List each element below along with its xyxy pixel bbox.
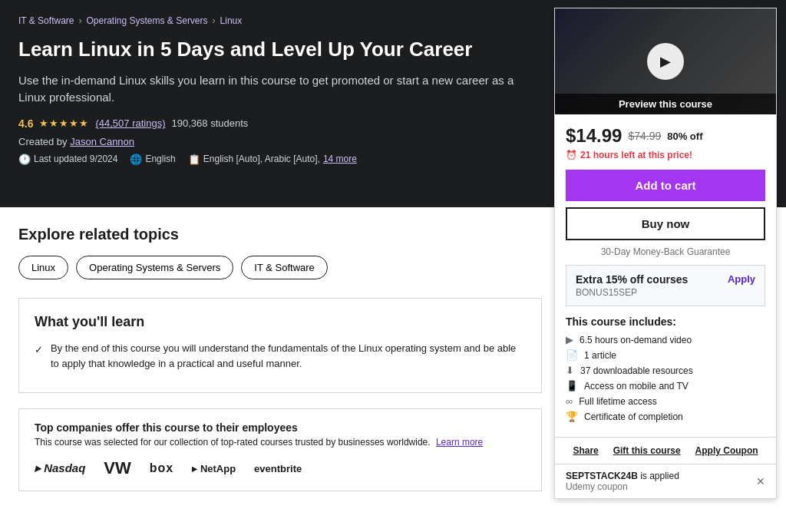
include-lifetime-text: Full lifetime access	[579, 396, 656, 407]
captions-text: English [Auto], Arabic [Auto],	[203, 154, 320, 164]
created-by-label: Created by	[18, 136, 68, 147]
main-content: Explore related topics Linux Operating S…	[0, 207, 560, 510]
original-price: $74.99	[628, 130, 661, 142]
company-box: box	[150, 461, 173, 475]
include-mobile-text: Access on mobile and TV	[584, 381, 689, 392]
include-certificate-text: Certificate of completion	[584, 411, 683, 422]
include-item-article: 📄 1 article	[566, 349, 765, 361]
subtitles-icon: 📋	[188, 154, 200, 165]
applied-coupon-row: SEPTSTACK24B is applied Udemy coupon ✕	[555, 464, 776, 498]
coupon-info: Extra 15% off courses BONUS15SEP	[576, 273, 688, 298]
discount-label: 80% off	[667, 131, 702, 142]
include-item-video: ▶ 6.5 hours on-demand video	[566, 334, 765, 345]
learn-item-0: ✓ By the end of this course you will und…	[35, 341, 526, 371]
applied-coupon-info: SEPTSTACK24B is applied Udemy coupon	[566, 471, 679, 492]
article-icon: 📄	[566, 349, 578, 361]
include-item-resources: ⬇ 37 downloadable resources	[566, 365, 765, 376]
learn-title: What you'll learn	[35, 314, 526, 330]
companies-box: Top companies offer this course to their…	[18, 408, 542, 491]
course-subtitle: Use the in-demand Linux skills you learn…	[18, 72, 525, 107]
learn-more-link[interactable]: Learn more	[436, 437, 483, 448]
netapp-icon: ▸ NetApp	[192, 463, 236, 474]
preview-label: Preview this course	[555, 94, 776, 114]
learn-box: What you'll learn ✓ By the end of this c…	[18, 298, 542, 393]
card-body: $14.99 $74.99 80% off ⏰ 21 hours left at…	[555, 114, 776, 437]
include-article-text: 1 article	[584, 350, 616, 361]
companies-sub-text: This course was selected for our collect…	[35, 437, 431, 448]
certificate-icon: 🏆	[566, 411, 578, 422]
buy-now-button[interactable]: Buy now	[566, 207, 765, 240]
breadcrumb-sep-2: ›	[213, 15, 216, 26]
topics-row: Linux Operating Systems & Servers IT & S…	[18, 256, 542, 279]
course-card: ▶ Preview this course $14.99 $74.99 80% …	[554, 8, 777, 499]
clock-icon: 🕐	[18, 154, 31, 165]
includes-list: ▶ 6.5 hours on-demand video 📄 1 article …	[566, 334, 765, 422]
last-updated: 🕐 Last updated 9/2024	[18, 154, 117, 165]
download-icon: ⬇	[566, 365, 574, 376]
more-captions-link[interactable]: 14 more	[323, 154, 357, 164]
company-netapp: ▸ NetApp	[192, 463, 236, 474]
alarm-icon: ⏰	[566, 150, 577, 160]
companies-sub: This course was selected for our collect…	[35, 437, 526, 448]
guarantee-text: 30-Day Money-Back Guarantee	[566, 246, 765, 257]
company-eventbrite: eventbrite	[254, 463, 302, 474]
language-text: English	[145, 154, 175, 164]
close-coupon-button[interactable]: ✕	[756, 475, 765, 487]
include-item-lifetime: ∞ Full lifetime access	[566, 395, 765, 407]
topic-it-software[interactable]: IT & Software	[241, 256, 328, 279]
price-row: $14.99 $74.99 80% off	[566, 125, 765, 147]
check-icon: ✓	[35, 342, 43, 358]
nasdaq-icon: ▸ Nasdaq	[35, 461, 85, 475]
applied-coupon-sub: Udemy coupon	[566, 481, 679, 492]
coupon-title: Extra 15% off courses	[576, 273, 688, 286]
mobile-icon: 📱	[566, 380, 578, 392]
breadcrumb-it-software[interactable]: IT & Software	[18, 15, 74, 26]
add-to-cart-button[interactable]: Add to cart	[566, 170, 765, 201]
breadcrumb-os-servers[interactable]: Operating Systems & Servers	[86, 15, 207, 26]
card-footer: Share Gift this course Apply Coupon	[555, 437, 776, 464]
stars-icon: ★★★★★	[39, 117, 89, 129]
vw-icon: VW	[104, 458, 130, 478]
rating-number: 4.6	[18, 117, 33, 130]
include-resources-text: 37 downloadable resources	[580, 365, 693, 376]
company-vw: VW	[104, 458, 130, 478]
students-count: 190,368 students	[172, 117, 249, 129]
include-item-certificate: 🏆 Certificate of completion	[566, 411, 765, 422]
explore-topics-title: Explore related topics	[18, 226, 542, 243]
preview-image[interactable]: ▶ Preview this course	[555, 8, 776, 114]
captions-item: 📋 English [Auto], Arabic [Auto], 14 more	[188, 154, 357, 165]
coupon-code: BONUS15SEP	[576, 287, 688, 298]
apply-coupon-link[interactable]: Apply	[728, 273, 755, 285]
play-button[interactable]: ▶	[647, 43, 684, 80]
share-button[interactable]: Share	[573, 445, 598, 456]
learn-item-text-0: By the end of this course you will under…	[51, 341, 526, 371]
companies-title: Top companies offer this course to their…	[35, 421, 526, 434]
rating-count[interactable]: (44,507 ratings)	[95, 117, 165, 129]
breadcrumb-sep-1: ›	[78, 15, 81, 26]
creator-link[interactable]: Jason Cannon	[70, 136, 134, 147]
video-icon: ▶	[566, 334, 573, 345]
coupon-box: Extra 15% off courses BONUS15SEP Apply	[566, 265, 765, 306]
company-nasdaq: ▸ Nasdaq	[35, 461, 85, 475]
current-price: $14.99	[566, 125, 622, 147]
includes-title: This course includes:	[566, 316, 765, 328]
topic-linux[interactable]: Linux	[18, 256, 68, 279]
gift-course-button[interactable]: Gift this course	[613, 445, 681, 456]
eventbrite-icon: eventbrite	[254, 463, 302, 474]
topic-os-servers[interactable]: Operating Systems & Servers	[76, 256, 233, 279]
breadcrumb-linux[interactable]: Linux	[220, 15, 243, 26]
page-wrapper: IT & Software › Operating Systems & Serv…	[0, 0, 786, 532]
applied-coupon-label: is applied	[640, 471, 679, 481]
last-updated-text: Last updated 9/2024	[34, 154, 117, 164]
course-title: Learn Linux in 5 Days and Level Up Your …	[18, 37, 540, 63]
include-item-mobile: 📱 Access on mobile and TV	[566, 380, 765, 392]
companies-logos: ▸ Nasdaq VW box ▸ NetApp eventbrite	[35, 458, 526, 478]
applied-coupon-name: SEPTSTACK24B	[566, 471, 638, 481]
include-video-text: 6.5 hours on-demand video	[580, 335, 692, 345]
language-item: 🌐 English	[130, 154, 175, 165]
urgency-label: ⏰ 21 hours left at this price!	[566, 150, 765, 160]
infinity-icon: ∞	[566, 395, 573, 407]
apply-coupon-button[interactable]: Apply Coupon	[695, 445, 758, 456]
globe-icon: 🌐	[130, 154, 142, 165]
box-icon: box	[150, 461, 173, 475]
